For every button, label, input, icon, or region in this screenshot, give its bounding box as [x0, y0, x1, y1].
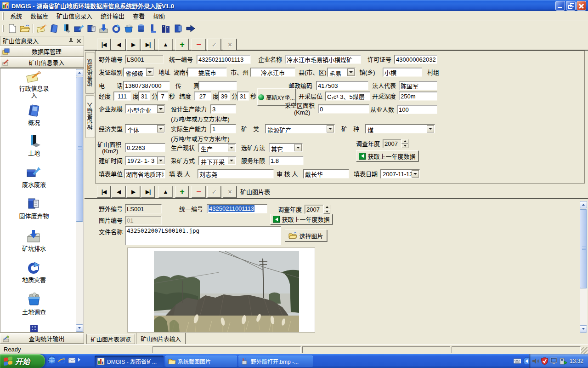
pic-nav-add-button[interactable]: + [175, 186, 189, 198]
spinner-up-icon[interactable] [401, 139, 408, 144]
pic-nav-last-button[interactable]: ▶| [141, 186, 155, 198]
nav-first-button[interactable]: |◀ [97, 39, 111, 51]
taskbar-item-dmgis[interactable]: DMGIS - 湖南省矿... [95, 356, 164, 367]
spinner-down-icon[interactable] [401, 144, 408, 148]
nav-top-button[interactable]: ▲ [158, 39, 172, 51]
toolbar-mine-drainage-icon[interactable] [98, 23, 109, 34]
toolbar-exit-icon[interactable] [185, 23, 196, 34]
sidebar-group-mine-entry[interactable]: 矿山信息录入 [0, 57, 84, 68]
sidebar-item-admin-info[interactable]: 行政信息录入 [17, 85, 51, 99]
menu-system[interactable]: 系统 [6, 11, 26, 21]
fill-person-input[interactable] [198, 169, 274, 178]
land-icon[interactable] [26, 134, 42, 149]
toolbar-database-icon[interactable] [172, 23, 184, 34]
toolbar-wastewater-icon[interactable] [73, 23, 85, 34]
longitude-sec-input[interactable] [157, 92, 168, 101]
pic-nav-prev-button[interactable]: ◀ [112, 186, 125, 198]
admin-info-entry-icon[interactable] [26, 70, 42, 85]
mine-drainage-icon[interactable] [26, 229, 42, 243]
latitude-sec-input[interactable] [237, 92, 249, 101]
nav-cancel-button[interactable]: × [223, 39, 237, 51]
menu-help[interactable]: 帮助 [149, 11, 169, 21]
toolbar-column-icon[interactable] [147, 23, 159, 34]
content-scroll-thumb[interactable] [580, 209, 587, 288]
building-partial-icon[interactable] [26, 323, 42, 333]
pic-get-previous-year-button[interactable]: 获取上一年度数据 [270, 214, 333, 224]
service-years-input[interactable] [269, 156, 304, 165]
auditor-input[interactable] [303, 169, 349, 178]
menu-mine-info-entry[interactable]: 矿山信息录入 [52, 11, 96, 21]
toolbar-admin-info-entry-icon[interactable] [36, 23, 47, 34]
prod-status-select[interactable]: 生产 [198, 143, 236, 152]
toolbar-land-icon[interactable] [61, 23, 72, 34]
beneficiation-select[interactable]: 其它 [269, 143, 303, 152]
phone-input[interactable] [123, 81, 170, 90]
pic-no-input[interactable] [125, 216, 162, 225]
solid-waste-icon[interactable] [26, 196, 42, 211]
longitude-deg-input[interactable] [113, 92, 131, 101]
mining-layer-input[interactable] [325, 92, 370, 101]
workers-input[interactable] [397, 105, 437, 114]
nav-add-button[interactable]: + [175, 39, 189, 51]
build-time-select[interactable]: 1972- 1- 3 [125, 156, 165, 165]
tab-picture-entry[interactable]: 矿山图片表输入 [136, 333, 186, 345]
pic-unified-no-input[interactable]: 43250211001113 [207, 204, 267, 213]
geological-hazard-icon[interactable] [26, 260, 42, 275]
unified-no-input[interactable] [197, 55, 251, 64]
sidebar-item-land-survey[interactable]: 土地调查 [2, 309, 66, 316]
pic-nav-post-button[interactable]: ✓ [207, 186, 221, 198]
pic-nav-delete-button[interactable]: − [192, 186, 205, 198]
nav-next-button[interactable]: ▶ [126, 39, 140, 51]
enterprise-scale-select[interactable]: 小型企业 [125, 104, 165, 114]
spinner-down-icon[interactable] [323, 209, 330, 214]
network-monitor-icon[interactable] [550, 357, 558, 365]
menu-view[interactable]: 查看 [129, 11, 149, 21]
app-icon[interactable] [2, 2, 9, 9]
actual-capacity-input[interactable] [210, 124, 236, 133]
pic-survey-year-spinner[interactable]: 2007 [305, 205, 330, 214]
pic-nav-first-button[interactable]: |◀ [97, 186, 111, 198]
mine-class-select[interactable]: 能源矿产 [265, 124, 335, 133]
goaf-area-input[interactable] [318, 104, 369, 114]
tab-picture-browse[interactable]: 矿山图片表浏览 [86, 334, 135, 344]
field-no-input[interactable] [125, 55, 164, 64]
pic-nav-top-button[interactable]: ▲ [158, 186, 172, 198]
sidebar-item-solid-waste[interactable]: 固体废弃物 [2, 213, 66, 219]
browser-globe-icon[interactable] [48, 356, 55, 363]
sidebar-item-land[interactable]: 土地 [2, 150, 66, 157]
pic-nav-next-button[interactable]: ▶ [126, 186, 140, 198]
menu-database[interactable]: 数据库 [26, 11, 52, 21]
nav-last-button[interactable]: ▶| [141, 39, 155, 51]
toolbar-solid-waste-icon[interactable] [85, 23, 97, 34]
toolbar-geological-hazard-icon[interactable] [110, 23, 122, 34]
license-input[interactable] [394, 55, 437, 64]
mine-area-input[interactable] [125, 143, 165, 152]
economic-type-select[interactable]: 个体 [125, 124, 165, 133]
toolbar-land-survey-icon[interactable] [123, 23, 134, 34]
sidebar-item-overview[interactable]: 概况 [2, 119, 66, 126]
nav-delete-button[interactable]: − [192, 39, 205, 51]
overview-icon[interactable] [26, 104, 42, 118]
toolbar-grip[interactable] [2, 25, 4, 32]
longitude-min-input[interactable] [138, 92, 150, 101]
mining-depth-input[interactable] [399, 92, 437, 101]
pin-icon[interactable] [68, 38, 74, 43]
mail-icon[interactable] [68, 356, 75, 363]
toolbar-overview-icon[interactable] [48, 23, 60, 34]
postal-input[interactable] [316, 81, 368, 90]
sidebar-item-geological-hazard[interactable]: 地质灾害 [2, 276, 66, 283]
start-button[interactable]: 开始 [0, 354, 45, 368]
file-name-input[interactable]: 4325022007LS00101.jpg [125, 226, 281, 245]
menu-stat-output[interactable]: 统计输出 [96, 11, 129, 21]
choose-picture-button[interactable]: 选择图片 [285, 230, 327, 242]
mining-method-select[interactable]: 井下开采 [198, 156, 236, 165]
nav-prev-button[interactable]: ◀ [112, 39, 125, 51]
prefecture-input[interactable] [187, 68, 227, 77]
menubar-grip[interactable] [2, 12, 4, 20]
antivirus-shield-icon[interactable] [541, 357, 548, 365]
nav-post-button[interactable]: ✓ [207, 39, 221, 51]
toolbar-statistics-icon[interactable] [135, 23, 147, 34]
volume-icon[interactable] [532, 357, 539, 365]
close-button[interactable] [577, 1, 586, 11]
city-input[interactable] [250, 68, 295, 77]
